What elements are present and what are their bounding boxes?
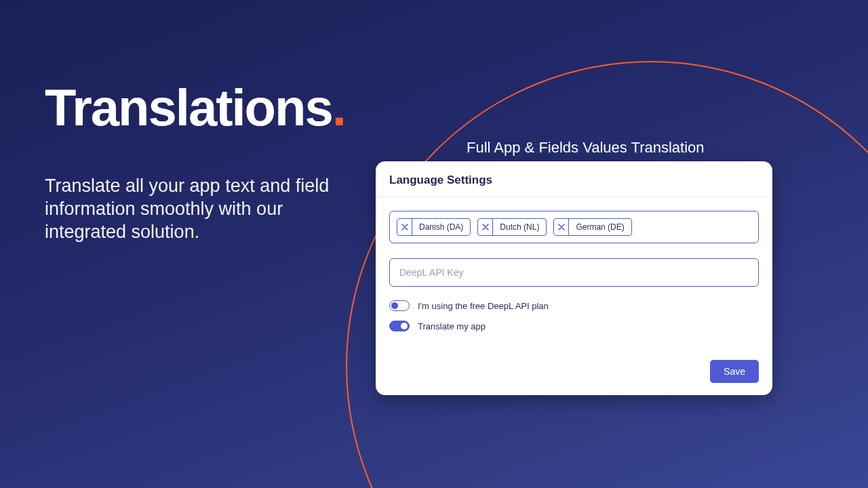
language-chip: German (DE) (553, 218, 631, 236)
language-chip-label: Danish (DA) (412, 219, 470, 235)
card-title: Language Settings (376, 161, 772, 197)
free-plan-toggle[interactable] (389, 300, 410, 311)
page-title: Translations. (45, 78, 345, 137)
hero-label: Full App & Fields Values Translation (467, 139, 705, 157)
deepl-api-key-input[interactable] (389, 258, 759, 287)
toggle-row-free-plan: I'm using the free DeepL API plan (389, 300, 759, 311)
translate-app-toggle[interactable] (389, 321, 410, 331)
save-button[interactable]: Save (710, 360, 759, 383)
remove-language-icon[interactable] (554, 219, 569, 235)
language-multiselect[interactable]: Danish (DA) Dutch (NL) German (DE) (389, 211, 759, 243)
language-chip: Dutch (NL) (477, 218, 547, 236)
remove-language-icon[interactable] (478, 219, 493, 235)
hero-section: Translations. (45, 78, 345, 137)
api-key-field-wrap (389, 258, 759, 287)
hero-subtitle: Translate all your app text and field in… (45, 175, 336, 243)
page-title-text: Translations (45, 79, 332, 136)
language-settings-card: Language Settings Danish (DA) Dutch (NL)… (376, 161, 772, 395)
translate-app-toggle-label: Translate my app (418, 321, 486, 331)
hero-subtitle-block: Translate all your app text and field in… (45, 175, 336, 243)
toggles-section: I'm using the free DeepL API plan Transl… (389, 300, 759, 331)
card-footer: Save (376, 350, 772, 395)
free-plan-toggle-label: I'm using the free DeepL API plan (418, 301, 549, 311)
card-body: Danish (DA) Dutch (NL) German (DE) I'm (376, 197, 772, 350)
language-chip: Danish (DA) (397, 218, 471, 236)
language-chip-label: Dutch (NL) (493, 219, 546, 235)
remove-language-icon[interactable] (397, 219, 412, 235)
toggle-row-translate-app: Translate my app (389, 321, 759, 331)
language-chip-label: German (DE) (569, 219, 631, 235)
page-title-dot: . (332, 79, 345, 136)
